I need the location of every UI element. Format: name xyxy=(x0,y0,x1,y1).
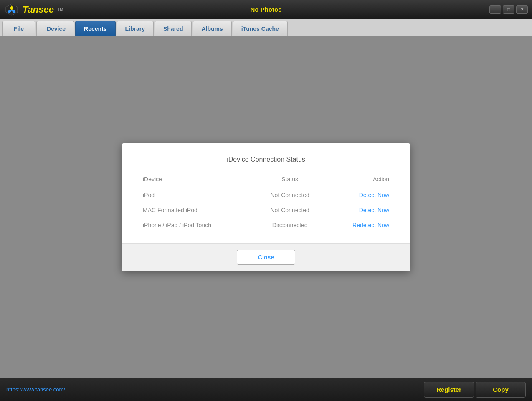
detect-now-link-ipod[interactable]: Detect Now xyxy=(359,192,389,198)
connection-status-table: iDevice Status Action iPod Not Connected… xyxy=(139,174,393,233)
tab-shared[interactable]: Shared xyxy=(155,21,192,36)
footer-buttons: Register Copy xyxy=(424,382,526,398)
col-header-idevice: iDevice xyxy=(139,174,254,188)
title-bar: TanseeTM No Photos ─ □ ✕ xyxy=(0,0,532,19)
logo-text: Tansee xyxy=(23,4,54,15)
maximize-button[interactable]: □ xyxy=(503,5,514,14)
tab-idevice[interactable]: iDevice xyxy=(36,21,74,36)
status-mac-ipod: Not Connected xyxy=(254,203,326,218)
main-content: iDevice Connection Status iDevice Status… xyxy=(0,36,532,378)
tab-bar: File iDevice Recents Library Shared Albu… xyxy=(0,19,532,36)
device-name-ipod: iPod xyxy=(139,188,254,203)
col-header-action: Action xyxy=(326,174,393,188)
minimize-button[interactable]: ─ xyxy=(489,5,501,14)
register-button[interactable]: Register xyxy=(424,382,474,398)
tab-albums[interactable]: Albums xyxy=(193,21,231,36)
action-mac-ipod[interactable]: Detect Now xyxy=(326,203,393,218)
window-controls: ─ □ ✕ xyxy=(489,5,528,14)
tab-recents[interactable]: Recents xyxy=(75,21,115,36)
redetect-now-link-iphone[interactable]: Redetect Now xyxy=(352,222,389,228)
copy-button[interactable]: Copy xyxy=(476,382,526,398)
table-row: iPhone / iPad / iPod Touch Disconnected … xyxy=(139,218,393,233)
action-iphone[interactable]: Redetect Now xyxy=(326,218,393,233)
action-ipod[interactable]: Detect Now xyxy=(326,188,393,203)
footer: https://www.tansee.com/ Register Copy xyxy=(0,378,532,401)
dialog-title: iDevice Connection Status xyxy=(139,156,393,163)
device-name-iphone: iPhone / iPad / iPod Touch xyxy=(139,218,254,233)
status-iphone: Disconnected xyxy=(254,218,326,233)
tab-file[interactable]: File xyxy=(2,21,35,36)
window-title: No Photos xyxy=(251,6,282,13)
tab-library[interactable]: Library xyxy=(117,21,154,36)
logo-tm: TM xyxy=(57,7,63,12)
website-link[interactable]: https://www.tansee.com/ xyxy=(6,386,65,393)
table-row: MAC Formatted iPod Not Connected Detect … xyxy=(139,203,393,218)
status-ipod: Not Connected xyxy=(254,188,326,203)
col-header-status: Status xyxy=(254,174,326,188)
close-dialog-button[interactable]: Close xyxy=(237,250,295,265)
logo-area: TanseeTM xyxy=(4,2,63,17)
tab-itunes-cache[interactable]: iTunes Cache xyxy=(233,21,288,36)
close-button[interactable]: ✕ xyxy=(516,5,528,14)
tansee-logo-icon xyxy=(4,2,19,17)
dialog-footer: Close xyxy=(122,243,410,271)
dialog-body: iDevice Connection Status iDevice Status… xyxy=(122,143,410,243)
table-row: iPod Not Connected Detect Now xyxy=(139,188,393,203)
detect-now-link-mac-ipod[interactable]: Detect Now xyxy=(359,207,389,213)
device-name-mac-ipod: MAC Formatted iPod xyxy=(139,203,254,218)
idevice-connection-dialog: iDevice Connection Status iDevice Status… xyxy=(122,143,410,271)
